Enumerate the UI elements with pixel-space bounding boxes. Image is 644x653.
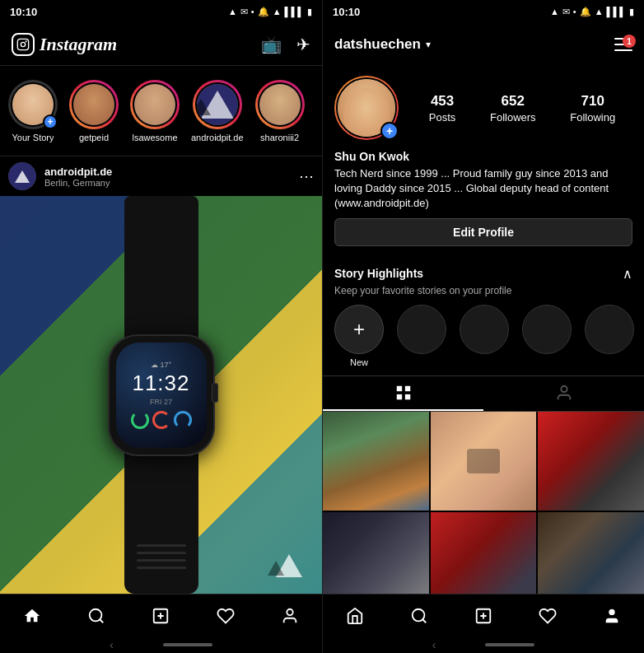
battery-icon: ▮ bbox=[307, 7, 312, 17]
svg-point-2 bbox=[26, 40, 27, 42]
followers-count: 652 bbox=[502, 93, 525, 110]
right-status-bar: 10:10 ▲ ✉ • 🔔 ▲ ▌▌▌ ▮ bbox=[323, 0, 644, 23]
nav-search[interactable] bbox=[78, 598, 114, 634]
profile-add-button[interactable]: + bbox=[380, 122, 399, 140]
highlight-empty-2[interactable] bbox=[460, 305, 509, 367]
r-nav-home[interactable] bbox=[337, 598, 373, 634]
nav-profile[interactable] bbox=[272, 598, 308, 634]
home-pill bbox=[163, 643, 212, 646]
lsawesome-ring bbox=[130, 80, 180, 129]
grid-cell-1[interactable] bbox=[323, 412, 429, 511]
back-chevron[interactable]: ‹ bbox=[110, 638, 114, 651]
right-bottom-nav bbox=[323, 594, 644, 637]
r-back-chevron[interactable]: ‹ bbox=[432, 638, 436, 651]
right-header: datshuechen ▾ 1 bbox=[323, 23, 644, 66]
grid-cell-6[interactable] bbox=[538, 512, 644, 594]
highlight-new-label: New bbox=[350, 357, 368, 367]
menu-icon-wrap[interactable]: 1 bbox=[614, 38, 632, 51]
dot-icon: • bbox=[251, 7, 254, 16]
svg-rect-6 bbox=[396, 385, 401, 390]
profile-name: Shu On Kwok bbox=[334, 150, 632, 163]
left-status-time: 10:10 bbox=[10, 6, 37, 18]
post-image: ☁ 17° 11:32 FRI 27 bbox=[0, 196, 322, 594]
svg-point-3 bbox=[90, 609, 102, 621]
story-item-lsawesome[interactable]: lsawesome bbox=[130, 80, 180, 142]
feed-post: androidpit.de Berlin, Germany ⋯ bbox=[0, 156, 322, 594]
signal-bars-icon: ▌▌▌ bbox=[285, 7, 304, 16]
grid-cell-4[interactable] bbox=[323, 512, 429, 594]
svg-point-10 bbox=[561, 385, 567, 391]
post-username: androidpit.de bbox=[44, 166, 291, 178]
profile-username: datshuechen bbox=[334, 36, 421, 53]
signal-icon: ▲ bbox=[228, 7, 237, 16]
highlight-empty-1[interactable] bbox=[397, 305, 446, 367]
r-nav-heart[interactable] bbox=[530, 598, 566, 634]
lsawesome-avatar-wrap bbox=[130, 80, 180, 129]
edit-profile-button[interactable]: Edit Profile bbox=[334, 218, 632, 246]
post-more-icon[interactable]: ⋯ bbox=[299, 167, 314, 185]
r-battery-icon: ▮ bbox=[629, 7, 634, 17]
highlight-circle-1 bbox=[397, 305, 446, 354]
sharoniii2-avatar-wrap bbox=[255, 80, 305, 129]
logo-area: Instagram bbox=[12, 33, 117, 56]
highlight-empty-4[interactable] bbox=[585, 305, 634, 367]
watch-time-display: 11:32 bbox=[132, 371, 189, 396]
highlights-section: Story Highlights ∧ Keep your favorite st… bbox=[323, 263, 644, 375]
r-nav-add[interactable] bbox=[465, 598, 502, 634]
sharoniii2-label: sharoniii2 bbox=[260, 133, 299, 142]
grid-cell-2[interactable] bbox=[431, 412, 537, 511]
tab-tagged[interactable] bbox=[483, 376, 644, 411]
stat-followers[interactable]: 652 Followers bbox=[490, 93, 536, 124]
nav-heart[interactable] bbox=[208, 598, 244, 634]
androidpit-avatar-wrap bbox=[193, 80, 242, 129]
r-nav-search[interactable] bbox=[401, 598, 437, 634]
sharoniii2-ring bbox=[255, 80, 305, 129]
left-home-indicator: ‹ bbox=[0, 637, 322, 653]
send-icon[interactable]: ✈ bbox=[296, 35, 310, 54]
androidpit-avatar bbox=[195, 82, 240, 127]
svg-point-11 bbox=[413, 609, 425, 621]
highlight-new[interactable]: + New bbox=[334, 305, 384, 367]
r-home-pill bbox=[485, 643, 534, 646]
highlights-subtitle: Keep your favorite stories on your profi… bbox=[334, 285, 632, 296]
story-item-androidpit[interactable]: androidpit.de bbox=[191, 80, 244, 142]
nav-add[interactable] bbox=[142, 598, 179, 634]
your-story-label: Your Story bbox=[12, 133, 54, 142]
highlight-circle-3 bbox=[522, 305, 572, 354]
instagram-svg bbox=[16, 38, 30, 51]
r-sound-icon: 🔔 bbox=[580, 7, 591, 17]
tv-icon[interactable]: 📺 bbox=[261, 35, 282, 54]
watch-date-display: FRI 27 bbox=[150, 398, 172, 406]
grid-cell-3[interactable] bbox=[538, 412, 644, 511]
story-item-sharoniii2[interactable]: sharoniii2 bbox=[255, 80, 305, 142]
your-story-plus: + bbox=[43, 114, 58, 129]
getpeid-avatar-wrap bbox=[69, 80, 119, 129]
story-item-your-story[interactable]: + Your Story bbox=[8, 80, 58, 142]
stat-posts[interactable]: 453 Posts bbox=[429, 93, 456, 124]
left-status-icons: ▲ ✉ • 🔔 ▲ ▌▌▌ ▮ bbox=[228, 7, 312, 17]
right-status-time: 10:10 bbox=[333, 6, 360, 18]
svg-rect-0 bbox=[17, 39, 28, 49]
profile-username-area[interactable]: datshuechen ▾ bbox=[334, 36, 431, 53]
r-nav-profile[interactable] bbox=[594, 598, 630, 634]
tab-grid[interactable] bbox=[323, 376, 483, 411]
highlights-collapse-icon[interactable]: ∧ bbox=[623, 266, 632, 282]
sharoniii2-avatar bbox=[258, 82, 302, 127]
wifi-icon: ▲ bbox=[273, 7, 282, 16]
nav-home[interactable] bbox=[14, 598, 50, 634]
left-phone: 10:10 ▲ ✉ • 🔔 ▲ ▌▌▌ ▮ Instagram 📺 ✈ bbox=[0, 0, 322, 653]
stat-following[interactable]: 710 Following bbox=[570, 93, 615, 124]
story-item-getpeid[interactable]: getpeid bbox=[69, 80, 119, 142]
grid-cell-5[interactable] bbox=[431, 512, 537, 594]
posts-label: Posts bbox=[429, 111, 456, 124]
r-mail-icon: ✉ bbox=[562, 7, 570, 17]
highlight-empty-3[interactable] bbox=[522, 305, 572, 367]
triangle-inner bbox=[195, 99, 211, 115]
profile-tabs bbox=[323, 375, 644, 412]
svg-rect-7 bbox=[404, 385, 409, 390]
followers-label: Followers bbox=[490, 111, 536, 124]
r-signal-bars-icon: ▌▌▌ bbox=[607, 7, 626, 16]
instagram-logo-text: Instagram bbox=[40, 34, 117, 55]
highlight-circle-2 bbox=[460, 305, 509, 354]
profile-section: + 453 Posts 652 Followers 710 Following … bbox=[323, 66, 644, 263]
